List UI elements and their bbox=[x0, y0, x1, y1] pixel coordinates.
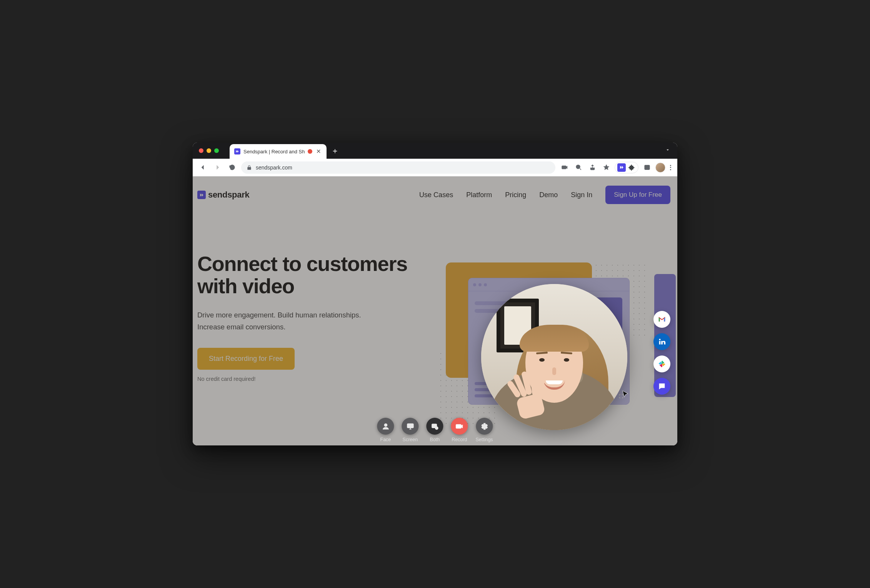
tab-close-button[interactable]: ✕ bbox=[315, 147, 322, 156]
recorder-control-bar: Face Screen Both Record bbox=[377, 418, 493, 442]
window-minimize-button[interactable] bbox=[207, 148, 211, 153]
svg-point-7 bbox=[435, 427, 438, 429]
sendspark-extension-icon[interactable] bbox=[617, 163, 626, 172]
share-icon[interactable] bbox=[587, 162, 598, 173]
recorder-both-button[interactable] bbox=[426, 418, 443, 435]
integration-icons bbox=[653, 311, 670, 395]
nav-back-button[interactable] bbox=[197, 162, 208, 173]
address-bar[interactable]: sendspark.com bbox=[241, 161, 555, 174]
window-close-button[interactable] bbox=[199, 148, 203, 153]
tab-favicon bbox=[234, 148, 240, 154]
signup-button[interactable]: Sign Up for Free bbox=[605, 186, 670, 204]
browser-tab[interactable]: Sendspark | Record and Sh ✕ bbox=[230, 144, 327, 159]
browser-menu-button[interactable] bbox=[668, 163, 673, 172]
bookmark-star-icon[interactable] bbox=[601, 162, 612, 173]
nav-sign-in[interactable]: Sign In bbox=[571, 191, 592, 199]
main-nav: Use Cases Platform Pricing Demo Sign In … bbox=[419, 186, 670, 204]
start-recording-button[interactable]: Start Recording for Free bbox=[197, 348, 295, 370]
pinned-extensions bbox=[615, 162, 638, 173]
camera-extension-icon[interactable] bbox=[559, 162, 570, 173]
svg-rect-5 bbox=[407, 424, 413, 428]
recorder-face-label: Face bbox=[380, 437, 391, 442]
hero-subhead: Drive more engagement. Build human relat… bbox=[197, 309, 374, 333]
intercom-chat-icon[interactable] bbox=[653, 378, 670, 395]
recorder-both-label: Both bbox=[430, 437, 440, 442]
cursor-arrow-icon bbox=[621, 390, 630, 400]
brand-name: sendspark bbox=[208, 190, 249, 200]
brand-logo[interactable]: sendspark bbox=[197, 190, 249, 200]
recorder-screen-label: Screen bbox=[403, 437, 418, 442]
nav-reload-button[interactable] bbox=[227, 162, 237, 173]
recorder-screen-button[interactable] bbox=[402, 418, 418, 435]
nav-forward-button[interactable] bbox=[212, 162, 223, 173]
hero-note: No credit card required! bbox=[197, 376, 430, 382]
recording-indicator-icon bbox=[308, 149, 312, 154]
nav-demo[interactable]: Demo bbox=[539, 191, 558, 199]
hero-headline: Connect to customers with video bbox=[197, 252, 430, 297]
zoom-out-icon[interactable] bbox=[573, 162, 584, 173]
gmail-icon[interactable] bbox=[653, 311, 670, 328]
site-header: sendspark Use Cases Platform Pricing Dem… bbox=[193, 176, 677, 213]
recorder-settings-button[interactable] bbox=[476, 418, 493, 435]
nav-use-cases[interactable]: Use Cases bbox=[419, 191, 453, 199]
new-tab-button[interactable]: ＋ bbox=[331, 146, 339, 156]
browser-window: Sendspark | Record and Sh ✕ ＋ sendspark.… bbox=[193, 143, 677, 445]
recorder-face-button[interactable] bbox=[377, 418, 394, 435]
tabstrip-dropdown-button[interactable] bbox=[665, 147, 677, 154]
browser-toolbar: sendspark.com bbox=[193, 159, 677, 176]
tab-title: Sendspark | Record and Sh bbox=[243, 149, 305, 154]
toolbar-actions bbox=[559, 162, 673, 173]
window-titlebar: Sendspark | Record and Sh ✕ ＋ bbox=[193, 143, 677, 159]
hero-copy: Connect to customers with video Drive mo… bbox=[197, 220, 430, 420]
side-panel-icon[interactable] bbox=[642, 162, 652, 173]
linkedin-icon[interactable] bbox=[653, 333, 670, 350]
page-viewport: sendspark Use Cases Platform Pricing Dem… bbox=[193, 176, 677, 445]
address-bar-url: sendspark.com bbox=[256, 164, 292, 171]
recorder-record-button[interactable] bbox=[451, 418, 468, 435]
svg-point-4 bbox=[384, 424, 387, 426]
svg-rect-1 bbox=[645, 165, 650, 169]
recorder-record-label: Record bbox=[452, 437, 467, 442]
profile-avatar[interactable] bbox=[655, 163, 665, 173]
traffic-lights bbox=[193, 148, 219, 153]
recorder-settings-label: Settings bbox=[475, 437, 493, 442]
camera-preview-bubble[interactable] bbox=[481, 284, 627, 430]
lock-icon bbox=[247, 165, 252, 170]
nav-pricing[interactable]: Pricing bbox=[505, 191, 526, 199]
slack-icon[interactable] bbox=[653, 355, 670, 372]
extensions-puzzle-icon[interactable] bbox=[627, 163, 636, 172]
nav-platform[interactable]: Platform bbox=[466, 191, 492, 199]
window-maximize-button[interactable] bbox=[214, 148, 219, 153]
brand-mark-icon bbox=[197, 191, 206, 199]
